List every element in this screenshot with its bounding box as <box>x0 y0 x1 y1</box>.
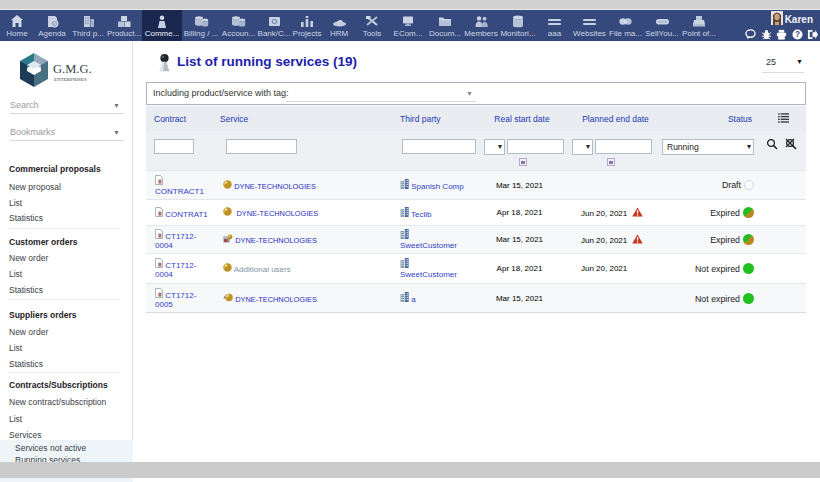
svg-text:G.M.G.: G.M.G. <box>53 62 92 76</box>
svg-text:?: ? <box>794 30 799 39</box>
svg-text:ENTERPRISES: ENTERPRISES <box>54 77 87 82</box>
